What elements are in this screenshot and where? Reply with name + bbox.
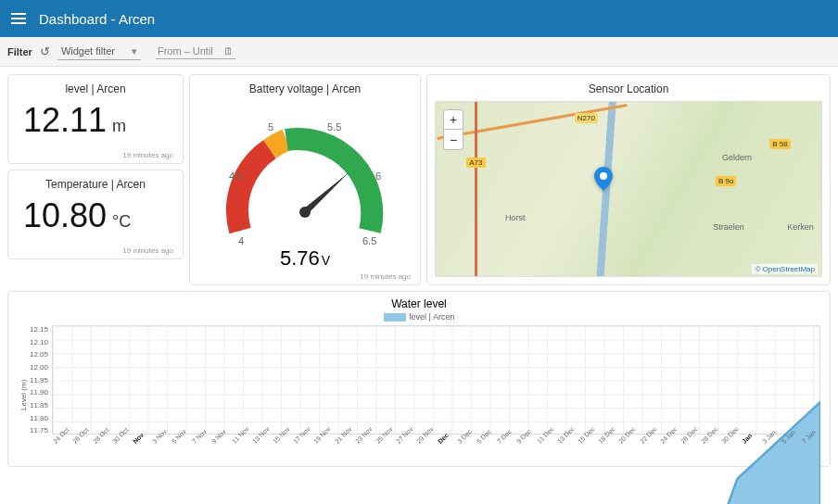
card-title: Sensor Location [435,82,822,95]
page-title: Dashboard - Arcen [39,11,155,27]
level-value: 12.11 m [19,101,171,140]
map-zoom-controls: + − [443,109,463,150]
battery-gauge-card: Battery voltage | Arcen 4 4.5 [189,74,421,285]
x-axis-ticks: 24 Oct26 Oct28 Oct30 OctNov3 Nov5 Nov7 N… [52,435,820,464]
legend-swatch [384,313,406,321]
map[interactable]: A73 N270 B 58 B 9o Horst Geldern Straele… [435,101,822,277]
zoom-in-button[interactable]: + [443,109,463,130]
svg-point-1 [299,207,311,218]
timestamp: 19 minutes ago [122,151,173,159]
chart-title: Water level [18,297,820,310]
temperature-value: 10.80 °C [19,196,171,235]
svg-text:5.5: 5.5 [327,121,341,132]
y-axis-ticks: 12.1512.1012.0512.0011.9511.9011.8511.80… [30,325,52,435]
widget-filter-select[interactable]: Widget filter ▾ [57,44,141,60]
water-level-chart: Water level level | Arcen Level (m) 12.1… [7,291,831,467]
road-badge: A73 [466,158,485,168]
map-card: Sensor Location A73 N270 B 58 B 9o Horst… [426,74,831,285]
road-badge: B 9o [716,176,736,186]
level-card: level | Arcen 12.11 m 19 minutes ago [7,74,184,164]
timestamp: 19 minutes ago [360,272,411,281]
card-title: Temperature | Arcen [19,178,171,191]
map-marker-icon[interactable] [594,167,613,185]
filter-bar: Filter ↺ Widget filter ▾ From – Until 🗓 [0,37,838,67]
card-title: Battery voltage | Arcen [249,82,362,95]
svg-text:6: 6 [375,170,381,182]
menu-icon[interactable] [11,13,26,24]
filter-label: Filter [7,46,32,57]
place-label: Horst [505,213,526,222]
chart-legend[interactable]: level | Arcen [18,312,820,321]
card-title: level | Arcen [19,82,171,95]
svg-text:5: 5 [268,121,273,132]
road-badge: N270 [575,113,598,123]
gauge: 4 4.5 5 5.5 6 6.5 [212,101,398,245]
date-range-input[interactable]: From – Until 🗓 [156,44,235,59]
place-label: Straelen [713,222,744,232]
svg-text:6.5: 6.5 [362,235,376,245]
history-icon[interactable]: ↺ [40,44,50,58]
y-axis-label: Level (m) [18,325,30,464]
map-attribution[interactable]: © OpenStreetMap [752,264,818,274]
gauge-value: 5.76V [280,246,330,271]
timestamp: 19 minutes ago [122,246,173,255]
chart-plot-area[interactable]: 24 Oct26 Oct28 Oct30 OctNov3 Nov5 Nov7 N… [52,325,820,464]
svg-text:4: 4 [238,235,244,245]
road-badge: B 58 [769,139,790,149]
zoom-out-button[interactable]: − [443,130,463,150]
svg-point-8 [600,172,607,180]
svg-text:4.5: 4.5 [229,170,243,182]
temperature-card: Temperature | Arcen 10.80 °C 19 minutes … [7,170,184,259]
place-label: Geldern [722,153,752,162]
app-header: Dashboard - Arcen [0,0,838,37]
place-label: Kerken [787,222,814,232]
calendar-icon: 🗓 [223,45,234,57]
